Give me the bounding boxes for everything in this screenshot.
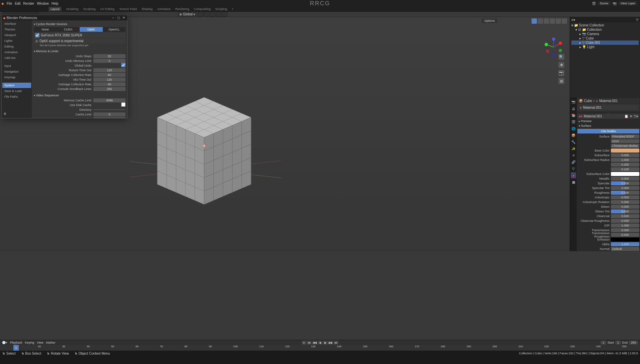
tab-sculpting[interactable]: Sculpting — [83, 7, 96, 11]
close-icon[interactable]: ✕ — [122, 16, 126, 19]
section-video-sequencer[interactable]: Video Sequencer — [34, 93, 126, 98]
tab-texture-paint[interactable]: Texture Paint — [119, 7, 137, 11]
viewlayer-selector[interactable]: View Layer — [619, 1, 637, 5]
header-mid-4[interactable] — [216, 12, 221, 17]
tab-material[interactable]: ● — [571, 172, 576, 178]
menu-window[interactable]: Window — [37, 2, 49, 5]
pref-val-compression[interactable]: None — [93, 117, 126, 118]
param-Clearcoat[interactable]: 0.000 — [611, 214, 639, 218]
breadcrumb-obj[interactable]: Cube — [584, 99, 592, 103]
tab-texture[interactable]: ▦ — [571, 179, 576, 185]
start-frame[interactable]: 1 — [615, 341, 621, 345]
param-Roughness[interactable]: 0.500 — [611, 191, 639, 195]
tab-mesh[interactable]: ▽ — [571, 166, 576, 172]
maximize-icon[interactable]: ▢ — [116, 16, 121, 19]
prefs-tab-navigation[interactable]: Navigation — [2, 69, 31, 74]
tab-viewlayer[interactable]: 📚 — [571, 112, 576, 118]
end-frame[interactable]: 250 — [629, 341, 638, 345]
prefs-tab-animation[interactable]: Animation — [2, 50, 31, 55]
param-Sheen[interactable]: 0.000 — [611, 205, 639, 209]
tab-cuda[interactable]: CUDA — [57, 27, 80, 32]
param-Metallic[interactable]: 0.000 — [611, 177, 639, 181]
pref-val-memory-cache-limit[interactable]: 4096 — [93, 98, 126, 102]
param-Sheen Tint[interactable]: 0.500 — [611, 209, 639, 213]
param-Specular[interactable]: 0.500 — [611, 181, 639, 185]
playhead[interactable]: 1 — [13, 345, 19, 351]
tab-particles[interactable]: ✨ — [571, 146, 576, 152]
tab-output[interactable]: 🖨 — [571, 105, 576, 111]
param-Clearcoat Roughness[interactable]: 0.030 — [611, 219, 639, 223]
param-Base Color[interactable] — [611, 149, 639, 153]
tab-add[interactable]: + — [232, 7, 233, 11]
tree-camera[interactable]: ▸ 📷 Camera — [571, 32, 639, 36]
proportional-icon[interactable] — [210, 12, 215, 17]
param-Normal[interactable]: Default — [611, 247, 639, 251]
pivot-icon[interactable] — [198, 12, 203, 17]
param-Specular Tint[interactable]: 0.000 — [611, 186, 639, 190]
options-button[interactable]: Options — [482, 18, 497, 23]
blender-icon[interactable]: ◆ — [1, 2, 4, 5]
tab-shading[interactable]: Shading — [142, 7, 153, 11]
viewlayer-icon[interactable]: 📷 — [613, 2, 617, 5]
tab-scripting[interactable]: Scripting — [215, 7, 227, 11]
tab-physics[interactable]: ⚛ — [571, 152, 576, 158]
prefs-hamburger-icon[interactable]: ≡ — [2, 110, 31, 117]
section-surface[interactable]: Surface — [577, 123, 639, 128]
pref-val-undo-memory-limit[interactable]: 0 — [93, 59, 126, 63]
param-Anisotropic Rotation[interactable]: 0.000 — [611, 200, 639, 204]
tab-constraints[interactable]: 🔗 — [571, 159, 576, 165]
pref-val-garbage-collection-rate[interactable]: 60 — [93, 73, 126, 77]
scene-selector[interactable]: Scene — [598, 1, 611, 5]
keyframe-next-icon[interactable]: ▶▶ — [328, 341, 333, 345]
tab-none[interactable]: None — [34, 27, 57, 32]
autokey-icon[interactable]: ● — [302, 341, 306, 345]
tab-opencl[interactable]: OpenCL — [103, 27, 126, 32]
tab-layout[interactable]: Layout — [49, 7, 62, 11]
prefs-tab-filepaths[interactable]: File Paths — [2, 94, 31, 99]
tab-uv-editing[interactable]: UV Editing — [100, 7, 115, 11]
overlay-btn-6[interactable] — [562, 18, 567, 24]
tab-object[interactable]: 📦 — [571, 132, 576, 138]
play-reverse-icon[interactable]: ◀ — [318, 341, 322, 345]
tab-optix[interactable]: OptiX — [80, 27, 103, 32]
pref-val-directory[interactable] — [93, 109, 126, 110]
distribution-dropdown[interactable]: GGX — [611, 139, 639, 143]
param-Transmission Roughness[interactable]: 0.000 — [611, 233, 639, 237]
menu-render[interactable]: Render — [23, 2, 34, 5]
jump-start-icon[interactable]: ⏮ — [307, 341, 312, 345]
header-mid-5[interactable] — [222, 12, 227, 17]
section-cycles-devices[interactable]: Cycles Render Devices — [34, 22, 126, 26]
new-material-icon[interactable]: 📋 — [624, 114, 628, 118]
prefs-tab-keymap[interactable]: Keymap — [2, 75, 31, 80]
hdr-keying[interactable]: Keying — [25, 341, 34, 344]
param-sub-3[interactable]: 0.200 — [611, 163, 639, 167]
param-Anisotropic[interactable]: 0.000 — [611, 195, 639, 199]
menu-edit[interactable]: Edit — [15, 2, 20, 5]
gpu-checkbox[interactable] — [35, 33, 39, 37]
prefs-tab-lights[interactable]: Lights — [2, 38, 31, 43]
outliner-filter-icon[interactable]: ▽ — [636, 18, 639, 22]
breadcrumb-mat[interactable]: Material.001 — [599, 99, 618, 103]
param-Emission[interactable] — [611, 238, 639, 242]
menu-file[interactable]: File — [7, 2, 12, 5]
cube-mesh[interactable] — [131, 77, 281, 218]
pref-check-use-disk-cache[interactable] — [121, 102, 126, 107]
section-memory-limits[interactable]: Memory & Limits — [34, 49, 126, 54]
subsurf-method-dropdown[interactable]: Christensen-Burley — [611, 144, 639, 148]
perspective-icon[interactable]: ⊞ — [558, 78, 564, 84]
tab-modeling[interactable]: Modeling — [66, 7, 79, 11]
overlay-btn-3[interactable] — [544, 18, 549, 24]
menu-help[interactable]: Help — [52, 2, 59, 5]
material-dropdown-icon[interactable]: ▽▾ — [634, 114, 638, 118]
param-sub-4[interactable]: 0.100 — [611, 167, 639, 171]
unlink-material-icon[interactable]: ✕ — [630, 114, 632, 118]
tree-cube-001[interactable]: ▸ ▽ Cube.001 — [571, 40, 639, 45]
snap-icon[interactable] — [204, 12, 209, 17]
overlay-btn-2[interactable] — [538, 18, 543, 24]
prefs-tab-themes[interactable]: Themes — [2, 27, 31, 32]
tab-animation[interactable]: Animation — [157, 7, 171, 11]
pref-val-texture-time-out[interactable]: 120 — [93, 68, 126, 72]
prefs-tab-editing[interactable]: Editing — [2, 44, 31, 49]
pref-val-cache-limit[interactable]: 0 — [93, 112, 126, 116]
tree-collection[interactable]: ▾ ☑ 📁 Collection — [571, 27, 639, 32]
